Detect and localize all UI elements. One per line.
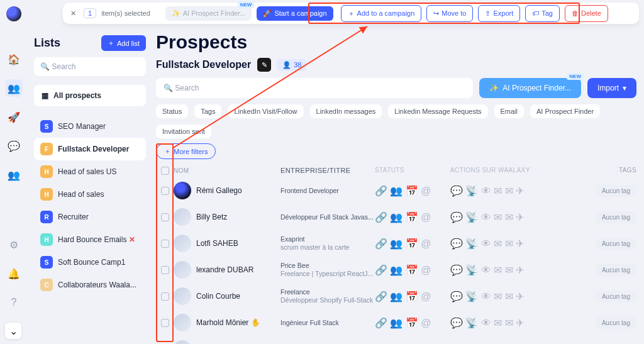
action-icons: 💬 📡 👁 ✉ ✉ ✈: [450, 317, 564, 329]
company-title: Ingénieur Full Stack: [280, 319, 375, 327]
action-icons: 💬 📡 👁 ✉ ✉ ✈: [450, 185, 564, 197]
filter-chip[interactable]: LinkedIn messages: [310, 104, 382, 118]
table-row[interactable]: Marhold Mônier ✋ Ingénieur Full Stack 🔗 …: [156, 309, 636, 336]
list-avatar: H: [40, 188, 53, 201]
company-title: Exaprintscrum master à la carte: [280, 235, 375, 251]
nav-chat-icon[interactable]: 💬: [5, 137, 23, 155]
nav-help-icon[interactable]: ?: [5, 294, 23, 311]
filter-chip[interactable]: Status: [156, 104, 188, 118]
list-label: Hard Bounce Emails ✕: [58, 235, 135, 244]
sidebar-list-item[interactable]: HHead of sales: [34, 183, 146, 206]
sidebar-list-item[interactable]: HHard Bounce Emails ✕: [34, 228, 146, 251]
row-checkbox[interactable]: [161, 240, 169, 248]
edit-list-icon[interactable]: ✎: [257, 58, 271, 72]
nav-rocket-icon[interactable]: 🚀: [5, 108, 23, 126]
ai-prospect-finder-button[interactable]: ✨ AI Prospect Finder... NEW: [479, 78, 581, 98]
nav-team-icon[interactable]: 👥: [5, 166, 23, 184]
close-selection-icon[interactable]: ✕: [68, 7, 79, 20]
col-header-statuts: STATUTS: [375, 167, 450, 175]
add-to-campaign-button[interactable]: ＋ Add to a campaign: [341, 5, 422, 22]
sidebar-list-item[interactable]: SSoft Bounce Camp1: [34, 251, 146, 274]
table-row[interactable]: Billy Betz Développeur Full Stack Javas.…: [156, 204, 636, 230]
row-checkbox[interactable]: [161, 266, 169, 274]
sidebar-list-item[interactable]: RRecruiter: [34, 206, 146, 228]
action-icons: 💬 📡 👁 ✉ ✉ ✈: [450, 211, 564, 223]
filter-chip[interactable]: AI Prospect Finder: [530, 104, 600, 118]
all-prospects-item[interactable]: ▦ All prospects: [34, 85, 146, 106]
table-row[interactable]: Rémi Gallego Frontend Developer 🔗 👥 📅 @ …: [156, 177, 636, 204]
nav-bell-icon[interactable]: 🔔: [5, 265, 23, 282]
row-checkbox[interactable]: [161, 292, 169, 301]
ai-prospect-finder-button-disabled[interactable]: ✨ AI Prospect Finder... NEW: [165, 6, 252, 21]
row-checkbox[interactable]: [161, 213, 169, 221]
filter-chip[interactable]: Tags: [194, 104, 221, 118]
filter-chip[interactable]: Invitation sent: [156, 125, 211, 138]
select-all-checkbox[interactable]: [161, 167, 169, 175]
list-label: SEO Manager: [58, 122, 106, 131]
table-row[interactable]: Thibaud Auzou Senior Software Engineer 🔗…: [156, 336, 636, 344]
bulk-actions-group: ＋ Add to a campaign ↪ Move to ⇪ Export 🏷…: [338, 4, 611, 23]
row-checkbox[interactable]: [161, 319, 169, 327]
sidebar-list-item[interactable]: CCollaborateurs Waala...: [34, 274, 146, 296]
filter-chip[interactable]: Email: [494, 104, 525, 118]
table-row[interactable]: Lotfi SAHEB Exaprintscrum master à la ca…: [156, 230, 636, 257]
app-logo: [6, 6, 21, 21]
list-label: Head of sales US: [58, 167, 116, 176]
filter-chip[interactable]: Linkedin Message Requests: [388, 104, 487, 118]
prospect-name: Billy Betz: [196, 213, 227, 221]
filter-chip[interactable]: LinkedIn Visit/Follow: [228, 104, 303, 118]
prospect-name: Rémi Gallego: [196, 186, 242, 195]
tag-chip[interactable]: Aucun tag: [596, 211, 636, 223]
selected-count: 1: [84, 8, 96, 18]
prospect-name: Marhold Mônier ✋: [196, 318, 260, 327]
list-avatar: S: [40, 120, 53, 133]
tag-chip[interactable]: Aucun tag: [596, 185, 636, 197]
row-checkbox[interactable]: [161, 187, 169, 195]
filter-row: StatusTagsLinkedIn Visit/FollowLinkedIn …: [156, 104, 636, 138]
tag-chip[interactable]: Aucun tag: [596, 291, 636, 302]
status-icons: 🔗 👥 📅 @: [375, 211, 450, 223]
start-campaign-button[interactable]: 🚀 Start a campaign: [257, 6, 333, 21]
tag-chip[interactable]: Aucun tag: [596, 238, 636, 250]
move-to-button[interactable]: ↪ Move to: [426, 5, 473, 22]
company-title: Développeur Full Stack Javas...: [280, 213, 375, 221]
sidebar-list-item[interactable]: HHead of sales US: [34, 160, 146, 183]
action-icons: 💬 📡 👁 ✉ ✉ ✈: [450, 291, 564, 302]
list-label: Soft Bounce Camp1: [58, 258, 125, 267]
tag-button[interactable]: 🏷 Tag: [525, 5, 560, 22]
sidebar-list-item[interactable]: FFullstack Developer: [34, 138, 146, 160]
import-button[interactable]: Import ▾: [587, 78, 636, 98]
table-row[interactable]: lexandre DUBAR Price BeeFreelance | Type…: [156, 257, 636, 283]
list-label: Recruiter: [58, 213, 89, 221]
list-avatar: S: [40, 256, 53, 269]
tag-chip[interactable]: Aucun tag: [596, 264, 636, 276]
add-list-button[interactable]: ＋ Add list: [101, 35, 146, 51]
export-button[interactable]: ⇪ Export: [478, 5, 520, 22]
sidebar-search-input[interactable]: 🔍 Search: [34, 57, 146, 76]
list-avatar: R: [40, 211, 53, 223]
lists-sidebar: Lists ＋ Add list 🔍 Search ▦ All prospect…: [34, 35, 146, 296]
list-label: Fullstack Developer: [58, 145, 129, 153]
company-title: FreelanceDéveloppeur Shopify Full-Stack: [280, 288, 375, 304]
nav-people-icon[interactable]: 👥: [5, 79, 23, 97]
list-avatar: F: [40, 143, 53, 155]
status-icons: 🔗 👥 📅 @: [375, 185, 450, 197]
sidebar-list-item[interactable]: SSEO Manager: [34, 115, 146, 138]
col-header-entreprise: ENTREPRISE/TITRE: [280, 167, 375, 175]
list-label: Collaborateurs Waala...: [58, 280, 136, 289]
nav-home-icon[interactable]: 🏠: [5, 50, 23, 68]
more-filters-button[interactable]: ＋ More filters: [156, 143, 216, 159]
delete-button[interactable]: 🗑 Delete: [565, 5, 608, 22]
collapse-widget-icon[interactable]: ⌄: [5, 323, 21, 339]
status-icons: 🔗 👥 📅 @: [375, 264, 450, 276]
list-avatar: H: [40, 165, 53, 178]
prospect-name: Lotfi SAHEB: [196, 239, 238, 248]
table-row[interactable]: Colin Courbe FreelanceDéveloppeur Shopif…: [156, 283, 636, 309]
avatar: [174, 182, 191, 199]
tag-chip[interactable]: Aucun tag: [596, 317, 636, 329]
nav-settings-icon[interactable]: ⚙: [5, 236, 23, 253]
new-badge: NEW: [567, 73, 584, 80]
avatar: [174, 340, 191, 344]
prospect-search-input[interactable]: 🔍 Search: [156, 78, 473, 98]
list-name: Fullstack Developer: [156, 59, 251, 70]
